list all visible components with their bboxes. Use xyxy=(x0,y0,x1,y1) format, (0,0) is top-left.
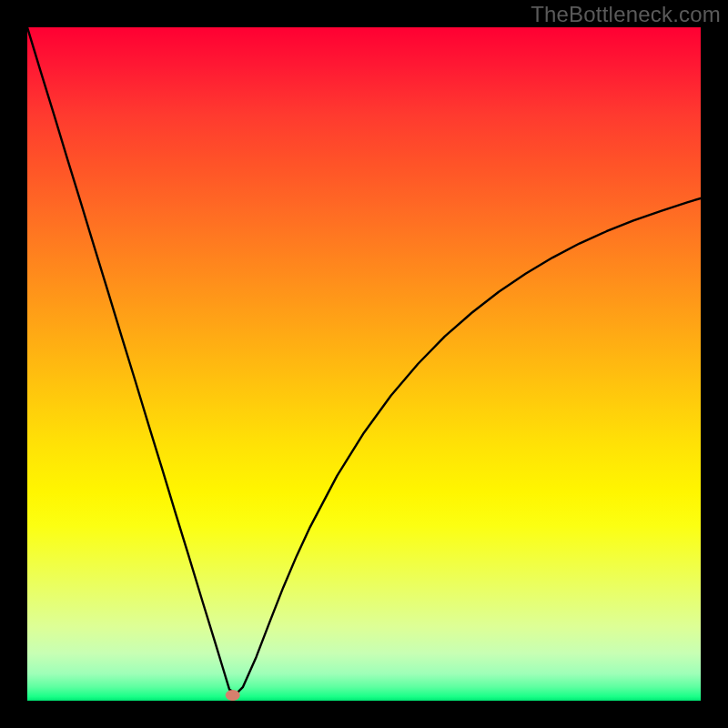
watermark-text: TheBottleneck.com xyxy=(531,2,721,27)
curve-layer xyxy=(27,27,701,701)
bottleneck-curve xyxy=(27,27,701,694)
chart-frame: TheBottleneck.com xyxy=(0,0,728,728)
plot-area xyxy=(27,27,701,701)
min-point-marker xyxy=(226,690,240,701)
